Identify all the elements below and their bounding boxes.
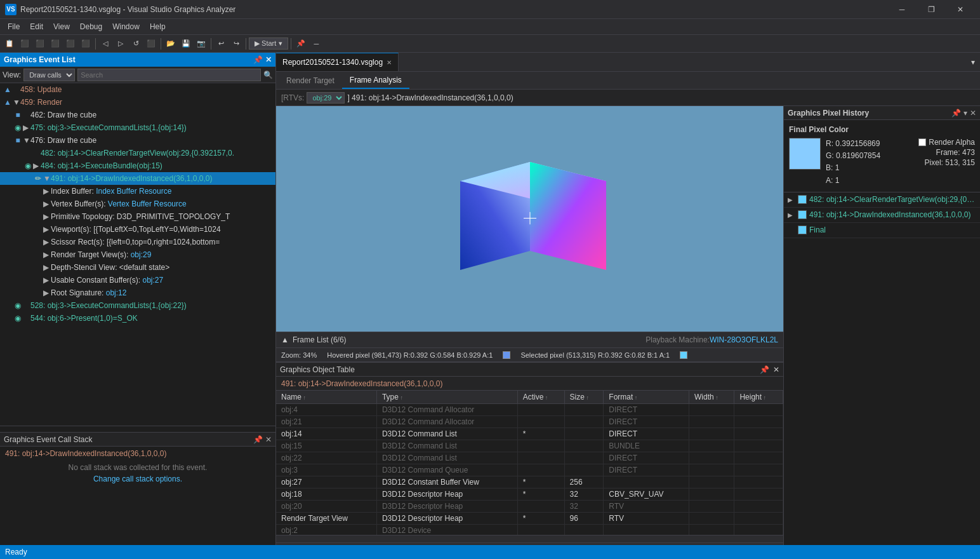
toolbar-capture[interactable]: 📷 [194,37,208,51]
tree-item-544[interactable]: ◉ 544: obj:6->Present(1,0)=S_OK [0,312,275,325]
tree-item-draw-cube-2[interactable]: ■ ▼ 476: Draw the cube [0,134,275,147]
cell-height [734,404,783,416]
tree-item-475[interactable]: ◉ ▶ 475: obj:3->ExecuteCommandLists(1,{o… [0,121,275,134]
pixel-history-entry[interactable]: Final [784,223,980,238]
tab-report[interactable]: Report20150521-1340.vsglog ✕ [276,53,399,71]
sub-tab-frame-analysis[interactable]: Frame Analysis [342,72,409,89]
toolbar-redo[interactable]: ↪ [229,37,243,51]
col-name[interactable]: Name [276,391,376,404]
panel-pin-button[interactable]: 📌 [253,55,263,64]
pixel-history-entry[interactable]: ▶ 491: obj:14->DrawIndexedInstanced(36,1… [784,208,980,223]
table-row[interactable]: obj:14 D3D12 Command List * DIRECT [276,428,783,440]
got-pin[interactable]: 📌 [760,365,769,374]
call-stack-pin[interactable]: 📌 [253,435,263,444]
toolbar-btn-5[interactable]: ⬛ [63,37,77,51]
toolbar-extra[interactable]: ─ [309,37,323,51]
tree-item-viewport[interactable]: ▶ Viewport(s): [{TopLeftX=0,TopLeftY=0,W… [0,223,275,236]
restore-button[interactable]: ❐ [917,0,946,19]
table-scroll-x[interactable] [276,535,783,542]
tree-item-prim-topo[interactable]: ▶ Primitive Topology: D3D_PRIMITIVE_TOPO… [0,210,275,223]
menu-help[interactable]: Help [145,21,171,32]
toolbar-refresh[interactable]: ↺ [129,37,143,51]
toolbar-undo[interactable]: ↩ [214,37,228,51]
minimize-button[interactable]: ─ [887,0,917,19]
toolbar-pin[interactable]: 📌 [294,37,308,51]
table-row[interactable]: Render Target View D3D12 Descriptor Heap… [276,513,783,525]
toolbar-btn-2[interactable]: ⬛ [18,37,32,51]
ph-expand-icon: ▶ [788,196,795,203]
menu-window[interactable]: Window [107,21,145,32]
view-select[interactable]: Draw calls [23,69,75,81]
start-button[interactable]: ▶ Start ▾ [249,37,288,50]
toolbar-save[interactable]: 💾 [179,37,193,51]
got-close[interactable]: ✕ [773,365,779,374]
toolbar-btn-3[interactable]: ⬛ [33,37,47,51]
frame-list-expand[interactable]: ▲ [281,335,289,344]
table-row[interactable]: obj:15 D3D12 Command List BUNDLE [276,440,783,452]
col-height[interactable]: Height [734,391,783,404]
close-button[interactable]: ✕ [946,0,975,19]
item-icon: ■ [13,110,23,120]
table-row[interactable]: obj:18 D3D12 Descriptor Heap * 32 CBV_SR… [276,488,783,501]
search-icon[interactable]: 🔍 [263,71,273,79]
cell-type: D3D12 Command List [376,440,517,452]
rtv-select[interactable]: obj:29 [307,92,345,104]
table-row[interactable]: obj:27 D3D12 Constant Buffer View * 256 [276,476,783,488]
table-row[interactable]: obj:2 D3D12 Device [276,525,783,535]
col-type[interactable]: Type [376,391,517,404]
col-active[interactable]: Active [517,391,564,404]
tree-item-root-sig[interactable]: ▶ Root Signature: obj:12 [0,286,275,299]
toolbar-stop[interactable]: ⬛ [144,37,158,51]
tree-item-update[interactable]: ▲ 458: Update [0,83,275,96]
toolbar-btn-4[interactable]: ⬛ [48,37,62,51]
tree-item-528[interactable]: ◉ 528: obj:3->ExecuteCommandLists(1,{obj… [0,299,275,312]
search-input[interactable] [77,69,261,81]
tree-item-rtv[interactable]: ▶ Render Target View(s): obj:29 [0,248,275,261]
toolbar-back[interactable]: ◁ [98,37,112,51]
call-stack-link[interactable]: Change call stack options. [5,475,270,483]
col-size[interactable]: Size [564,391,604,404]
tree-item-484[interactable]: ◉ ▶ 484: obj:14->ExecuteBundle(obj:15) [0,159,275,172]
menu-file[interactable]: File [3,21,25,32]
pixel-history-entry[interactable]: ▶ 482: obj:14->ClearRenderTargetView(obj… [784,192,980,208]
toolbar-btn-1[interactable]: 📋 [3,37,17,51]
tree-item-index-buffer[interactable]: ▶ Index Buffer: Index Buffer Resource [0,185,275,198]
menu-debug[interactable]: Debug [75,21,107,32]
cell-active: * [517,476,564,488]
tree-item-depth[interactable]: ▶ Depth-Stencil View: <default state> [0,261,275,274]
tree-item-scissor[interactable]: ▶ Scissor Rect(s): [{left=0,top=0,right=… [0,236,275,248]
tree-item-render[interactable]: ▲ ▼ 459: Render [0,96,275,109]
item-label: Scissor Rect(s): [{left=0,top=0,right=10… [51,238,220,246]
tree-item-482[interactable]: 482: obj:14->ClearRenderTargetView(obj:2… [0,147,275,159]
tab-dropdown[interactable]: ▾ [966,53,980,71]
got-table[interactable]: Name Type Active Size Format Width Heigh… [276,391,783,535]
col-width[interactable]: Width [689,391,734,404]
tree-item-vertex-buffer[interactable]: ▶ Vertex Buffer(s): Vertex Buffer Resour… [0,198,275,210]
table-row[interactable]: obj:20 D3D12 Descriptor Heap 32 RTV [276,501,783,513]
right-panel-close[interactable]: ✕ [970,109,976,118]
menu-view[interactable]: View [48,21,75,32]
tab-close-icon[interactable]: ✕ [387,59,392,66]
right-panel-dropdown[interactable]: ▾ [963,109,967,118]
cell-active: * [517,428,564,440]
right-panel-pin[interactable]: 📌 [951,109,961,118]
toolbar-btn-6[interactable]: ⬛ [79,37,93,51]
tree-item-const-buf[interactable]: ▶ Usable Constant Buffer(s): obj:27 [0,274,275,286]
panel-close-button[interactable]: ✕ [265,55,272,64]
event-tree-list[interactable]: ▲ 458: Update ▲ ▼ 459: Render ■ 462: Dra… [0,83,275,426]
tree-item-491[interactable]: ✏ ▼ 491: obj:14->DrawIndexedInstanced(36… [0,172,275,185]
sub-tab-render-target[interactable]: Render Target [279,72,342,89]
table-row[interactable]: obj:22 D3D12 Command List DIRECT [276,452,783,464]
tree-item-draw-cube-1[interactable]: ■ 462: Draw the cube [0,109,275,121]
table-row[interactable]: obj:4 D3D12 Command Allocator DIRECT [276,404,783,416]
table-row[interactable]: obj:21 D3D12 Command Allocator DIRECT [276,416,783,428]
call-stack-close[interactable]: ✕ [265,435,272,444]
ph-color-swatch [798,226,807,234]
toolbar-forward[interactable]: ▷ [114,37,128,51]
col-format[interactable]: Format [604,391,689,404]
toolbar-open[interactable]: 📂 [164,37,178,51]
menu-edit[interactable]: Edit [25,21,48,32]
table-row[interactable]: obj:3 D3D12 Command Queue DIRECT [276,464,783,476]
pixel-history-list[interactable]: ▶ 482: obj:14->ClearRenderTargetView(obj… [784,192,980,551]
tree-scrollbar[interactable] [0,426,275,432]
